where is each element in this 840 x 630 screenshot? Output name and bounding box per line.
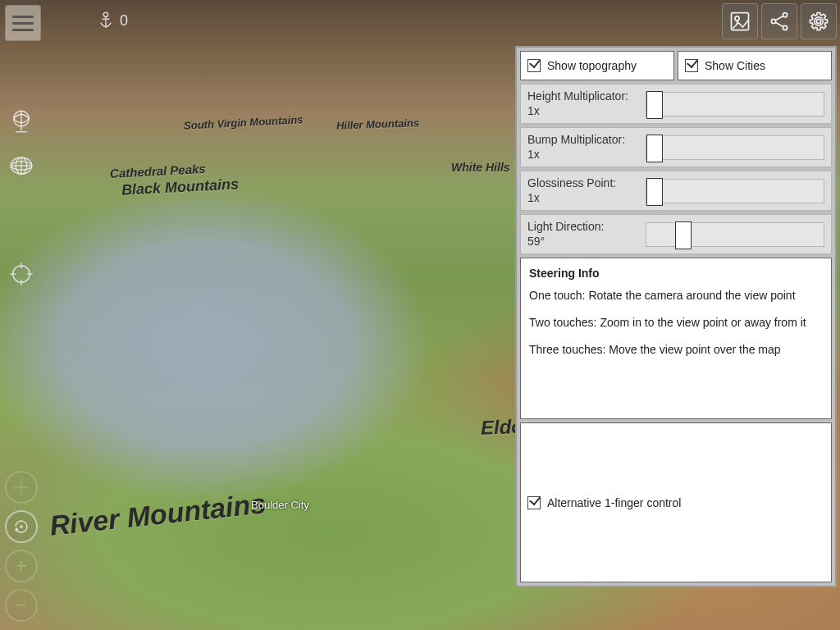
share-icon [768,10,791,33]
show-cities-label: Show Cities [705,59,765,72]
svg-point-0 [103,12,107,16]
map-layer-button[interactable] [722,3,758,39]
label-white-hills: White Hills [451,161,510,174]
globe-stand-button[interactable] [5,105,38,138]
label-hiller: Hiller Mountains [336,116,420,132]
label-boulder-city: Boulder City [251,499,309,511]
compass-button[interactable] [5,471,38,504]
top-right-toolbar [722,3,837,39]
svg-point-26 [21,526,22,527]
rotate-icon [10,515,33,538]
slider-thumb[interactable] [646,91,663,119]
height-slider[interactable] [646,92,824,116]
menu-button[interactable] [5,5,41,41]
checkbox-icon [685,59,698,72]
zoom-out-button[interactable]: − [5,589,38,622]
gloss-slider-row: Glossiness Point: 1x [520,171,832,211]
gloss-value: 1x [527,191,639,206]
globe-stand-icon [7,107,35,135]
gloss-label: Glossiness Point: [527,176,639,191]
show-cities-checkbox[interactable]: Show Cities [678,51,832,80]
zoom-in-button[interactable]: + [5,550,38,582]
steering-heading: Steering Info [529,267,823,280]
settings-button[interactable] [801,3,837,39]
steering-one: One touch: Rotate the camera around the … [529,288,823,304]
map-pin-icon [728,10,751,33]
label-river-mtns: River Mountains [48,487,267,541]
label-black-mtns: Black Mountains [121,176,240,199]
left-tool-column-2 [5,258,38,290]
checkbox-icon [527,496,541,509]
gear-icon [807,10,830,33]
steering-info-box: Steering Info One touch: Rotate the came… [520,258,832,419]
bump-value: 1x [527,148,639,162]
share-button[interactable] [761,3,797,39]
bump-label: Bump Multiplicator: [527,133,639,148]
alt-control-label: Alternative 1-finger control [547,496,681,509]
minus-icon: − [16,595,27,616]
height-label: Height Multiplicator: [527,89,639,104]
bump-slider-row: Bump Multiplicator: 1x [520,127,832,167]
show-topography-checkbox[interactable]: Show topography [520,51,674,80]
plus-icon: + [16,555,27,577]
show-topography-label: Show topography [547,59,637,72]
height-slider-row: Height Multiplicator: 1x [520,84,832,124]
compass-icon [10,476,33,499]
label-south-virgin: South Virgin Mountains [184,113,304,132]
globe-grid-button[interactable] [5,149,38,182]
steering-three: Three touches: Move the view point over … [529,342,823,358]
light-slider-row: Light Direction: 59° [520,214,832,254]
slider-thumb[interactable] [646,178,663,206]
crosshair-icon [7,260,35,288]
alt-control-checkbox[interactable]: Alternative 1-finger control [520,422,832,582]
locate-button[interactable] [5,258,38,290]
anchor-indicator: 0 [98,11,128,30]
slider-thumb[interactable] [675,221,692,249]
anchor-value: 0 [120,12,128,30]
svg-point-4 [735,16,739,21]
svg-line-9 [775,22,783,26]
checkbox-icon [527,59,541,72]
slider-thumb[interactable] [646,135,663,162]
anchor-icon [98,11,113,30]
svg-point-7 [783,25,787,30]
steering-two: Two touches: Zoom in to the view point o… [529,315,823,331]
settings-panel: Show topography Show Cities Height Multi… [515,46,837,587]
height-value: 1x [527,104,639,119]
light-slider[interactable] [646,222,824,247]
svg-point-5 [771,19,775,23]
map-viewport[interactable]: 0 + − South Virgin [0,0,840,630]
globe-grid-icon [7,152,35,180]
left-tool-column [5,105,38,182]
left-bottom-controls: + − [5,471,38,622]
light-label: Light Direction: [527,220,639,235]
svg-line-8 [775,16,783,20]
rotate-button[interactable] [5,510,38,543]
bump-slider[interactable] [646,135,824,160]
svg-point-6 [783,13,787,17]
light-value: 59° [527,235,639,249]
gloss-slider[interactable] [646,179,824,203]
